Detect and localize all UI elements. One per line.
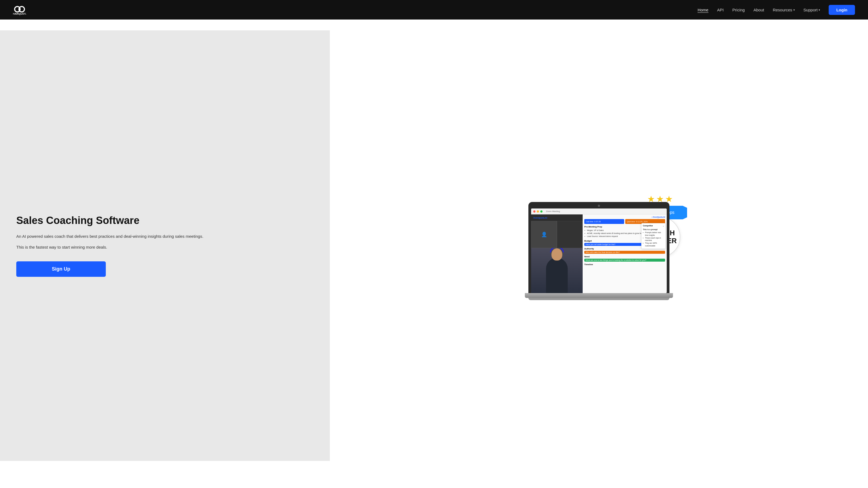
authority-highlight: Who will make the final decision on this…: [584, 251, 665, 254]
svg-text:OVERQUOTA: OVERQUOTA: [13, 12, 26, 15]
login-button[interactable]: Login: [829, 5, 855, 15]
nav-support[interactable]: Support ▾: [803, 8, 820, 12]
competitor-item-2: Those coach reps in real-time: [643, 237, 664, 242]
video-thumb-2: [557, 221, 583, 248]
close-dot: [533, 210, 535, 213]
window-title: Zoom Meeting: [546, 210, 560, 213]
overquota-logo-small: OverQuota.Ai: [533, 217, 547, 219]
nav-api[interactable]: API: [717, 8, 724, 12]
chevron-down-icon: ▾: [794, 8, 795, 11]
call-timer-bar: Call time: 0:37:25: [584, 219, 624, 224]
oq-brand-label: • OverQuota.Ai: [652, 216, 665, 218]
laptop-base: [525, 293, 673, 298]
nav-links: Home API Pricing About Resources ▾ Suppo…: [698, 5, 855, 15]
need-section-title: Need: [584, 255, 665, 258]
timeline-section-title: Timeline: [584, 263, 665, 266]
oq-app-panel: • OverQuota.Ai Call time: 0:37:25 Q&A ti…: [583, 215, 667, 293]
video-panel: OverQuota.Ai 👤: [531, 215, 583, 293]
person-body: [546, 258, 568, 293]
video-thumbnails: 👤: [531, 221, 583, 248]
hero-desc1: An AI powered sales coach that delivers …: [16, 233, 314, 240]
hero-section: Sales Coaching Software An AI powered sa…: [0, 20, 868, 461]
need-highlight: What are one to two things you're lookin…: [584, 259, 665, 262]
laptop-frame: Zoom Meeting OverQuota.Ai: [528, 202, 670, 293]
main-video: [531, 248, 583, 293]
nav-resources[interactable]: Resources ▾: [773, 8, 795, 12]
hero-right-panel: ★ ★ ★ zoom | Apps LAUNCH PARTNER: [330, 30, 868, 461]
competitor-item-1: Prompts deliver real-time insights: [643, 231, 664, 237]
hero-desc2: This is the fastest way to start winning…: [16, 244, 314, 251]
minimize-dot: [537, 210, 539, 213]
navbar: OVERQUOTA Home API Pricing About Resourc…: [0, 0, 868, 20]
hero-left-panel: Sales Coaching Software An AI powered sa…: [0, 30, 330, 461]
hero-title: Sales Coaching Software: [16, 215, 314, 227]
headphones-icon: [550, 248, 564, 252]
nav-support-label: Support: [803, 8, 818, 12]
nav-about[interactable]: About: [753, 8, 764, 12]
laptop-screen: Zoom Meeting OverQuota.Ai: [531, 208, 667, 293]
competitor-title: Competitor: [643, 225, 653, 227]
laptop-mockup: ★ ★ ★ zoom | Apps LAUNCH PARTNER: [528, 202, 670, 300]
screen-content: OverQuota.Ai 👤: [531, 215, 667, 293]
person-video: [531, 248, 583, 293]
nav-resources-label: Resources: [773, 8, 792, 12]
camera-dot: [598, 205, 600, 207]
nav-pricing[interactable]: Pricing: [733, 8, 745, 12]
below-hero-spacer: [0, 461, 868, 488]
chevron-down-icon: ▾: [818, 8, 820, 11]
laptop-foot: [528, 298, 670, 300]
laptop-body: Zoom Meeting OverQuota.Ai: [528, 202, 670, 300]
nav-home[interactable]: Home: [698, 8, 709, 12]
oq-brand-bar: • OverQuota.Ai: [584, 216, 665, 218]
competitor-item-3: They are 100% customizable: [643, 242, 664, 247]
video-thumb-1: 👤: [531, 221, 557, 248]
signup-button[interactable]: Sign Up: [16, 261, 106, 277]
competitor-prompt: This is a prompt: [643, 229, 664, 230]
logo-link[interactable]: OVERQUOTA: [13, 3, 26, 17]
screen-top-bar: Zoom Meeting: [531, 208, 667, 215]
close-icon[interactable]: ×: [663, 225, 664, 227]
competitor-panel: Competitor × This is a prompt Prompts de…: [641, 223, 665, 249]
zoom-meeting-bar: OverQuota.Ai: [531, 215, 583, 221]
fullscreen-dot: [540, 210, 542, 213]
